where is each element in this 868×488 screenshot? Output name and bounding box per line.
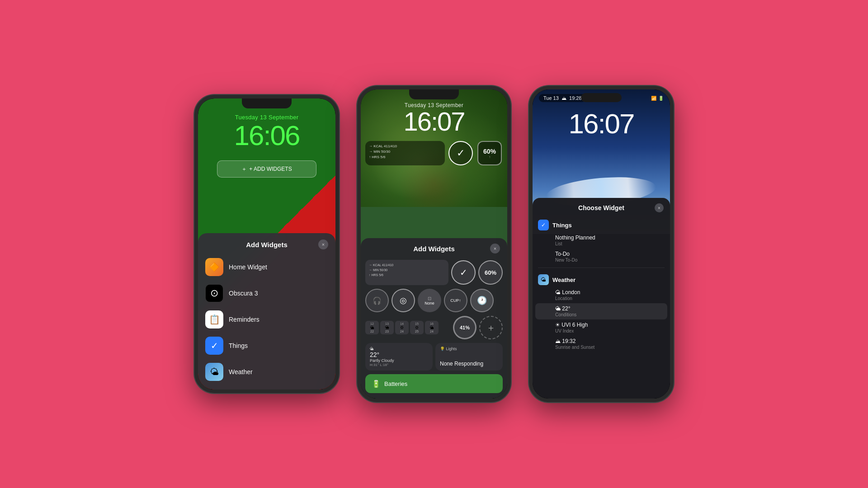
grid-check: ✓ — [451, 260, 476, 285]
grid-percent: 60% — [478, 260, 503, 285]
phone-1: Tuesday 13 September 16:06 ＋ + ADD WIDGE… — [194, 95, 339, 393]
grid-headphones: 🎧 — [365, 289, 389, 312]
uvi-title: ☀ UVI 6 High — [555, 322, 662, 328]
choose-panel-close-button[interactable]: × — [655, 203, 664, 212]
grid-target: ◎ — [392, 289, 415, 312]
phone-2: Tuesday 13 September 16:07 → KCAL 411/41… — [357, 86, 511, 402]
batteries-button[interactable]: 🔋 Batteries — [365, 374, 503, 393]
weather-section-icon: 🌤 — [538, 274, 549, 285]
conditions-title: 🌥 22° — [555, 305, 662, 312]
choose-london[interactable]: 🌤 London Location — [535, 287, 667, 303]
things-section-header: ✓ Things — [533, 216, 670, 232]
grid-ring-41: 41% — [453, 316, 476, 339]
reminders-icon: 📋 — [205, 310, 223, 328]
nothing-planned-sub: List — [555, 241, 662, 246]
reminders-label: Reminders — [229, 316, 259, 323]
dynamic-island — [581, 93, 622, 102]
phone2-time: 16:07 — [368, 108, 500, 135]
grid-none: ⊡ None — [418, 289, 441, 312]
todo-title: To-Do — [555, 251, 662, 257]
widget-item-homewidget[interactable]: 🔶 Home Widget — [198, 254, 335, 280]
weather-label: Weather — [229, 368, 253, 375]
check-widget: ✓ — [448, 141, 474, 165]
grid-clock: 🕐 — [470, 289, 494, 312]
nothing-planned-title: Nothing Planned — [555, 235, 662, 241]
lights-widget: 💡 Lights None Responding — [435, 343, 503, 371]
weather-widget: 🌥 22° Partly Cloudy H:31° L:18° — [365, 343, 433, 371]
london-title: 🌤 London — [555, 289, 662, 296]
calendar-row: 12 🌥 22 13 🌦 23 14 ⚙ 24 — [365, 321, 450, 334]
panel-title: Add Widgets — [215, 241, 318, 249]
widget-item-weather[interactable]: 🌤 Weather — [198, 359, 335, 385]
add-widgets-button[interactable]: ＋ + ADD WIDGETS — [217, 160, 316, 178]
choose-nothing-planned[interactable]: Nothing Planned List — [535, 232, 667, 249]
panel2-title: Add Widgets — [378, 245, 490, 253]
todo-sub: New To-Do — [555, 258, 662, 263]
obscura-icon: ⊙ — [205, 284, 223, 302]
weather-section-header: 🌤 Weather — [533, 271, 670, 287]
percent-widget: 60% ↑ — [476, 141, 503, 165]
obscura-label: Obscura 3 — [229, 290, 258, 297]
section-divider — [538, 267, 665, 268]
phone-3: Tue 13 ⛰ 19:28 📶 🔋 16:07 Choose Widget × — [529, 86, 674, 402]
sunrise-sub: Sunrise and Sunset — [555, 345, 662, 350]
notch-1 — [242, 99, 292, 108]
status-date: Tue 13 ⛰ 19:28 — [539, 94, 586, 102]
things-label: Things — [229, 342, 248, 349]
sunrise-title: ⛰ 19:32 — [555, 338, 662, 344]
widget-item-things[interactable]: ✓ Things — [198, 333, 335, 359]
batteries-label: Batteries — [384, 380, 407, 387]
panel2-close-button[interactable]: × — [490, 244, 500, 253]
add-widgets-panel: Add Widgets × 🔶 Home Widget ⊙ Obscura 3 … — [198, 233, 335, 389]
choose-sunrise[interactable]: ⛰ 19:32 Sunrise and Sunset — [535, 336, 667, 352]
widget-item-reminders[interactable]: 📋 Reminders — [198, 306, 335, 333]
choose-uvi[interactable]: ☀ UVI 6 High UV Index — [535, 319, 667, 336]
choose-todo[interactable]: To-Do New To-Do — [535, 249, 667, 265]
add-widgets-panel-2: Add Widgets × → KCAL 411/410→ MIN 50/30↑… — [361, 238, 507, 399]
activity-widget: → KCAL 411/410 → MIN 50/30 ↑ HRS 5/6 — [365, 141, 445, 165]
conditions-sub: Conditions — [555, 312, 662, 317]
things-section-icon: ✓ — [538, 220, 549, 230]
choose-panel-title: Choose Widget — [548, 204, 655, 211]
london-sub: Location — [555, 296, 662, 301]
grid-activity: → KCAL 411/410→ MIN 50/30↑ HRS 5/6 — [365, 260, 448, 285]
widget-item-obscura[interactable]: ⊙ Obscura 3 — [198, 280, 335, 306]
homewidget-label: Home Widget — [229, 263, 267, 271]
choose-conditions[interactable]: 🌥 22° Conditions — [535, 303, 667, 319]
homewidget-icon: 🔶 — [205, 258, 223, 276]
weather-icon: 🌤 — [205, 363, 223, 381]
status-icons: 📶 🔋 — [651, 96, 664, 101]
panel-close-button[interactable]: × — [318, 239, 328, 249]
phone1-time: 16:06 — [205, 122, 328, 150]
uvi-sub: UV Index — [555, 328, 662, 333]
choose-widget-panel: Choose Widget × ✓ Things Nothing Planned… — [533, 198, 670, 399]
grid-add[interactable]: ＋ — [479, 316, 503, 339]
plus-icon: ＋ — [241, 165, 247, 173]
grid-cup: CUP↑ — [444, 289, 467, 312]
phone3-time: 16:07 — [533, 108, 670, 140]
notch-2 — [409, 89, 459, 99]
things-icon: ✓ — [205, 337, 223, 355]
things-section-title: Things — [552, 222, 572, 229]
weather-section-title: Weather — [552, 277, 576, 283]
